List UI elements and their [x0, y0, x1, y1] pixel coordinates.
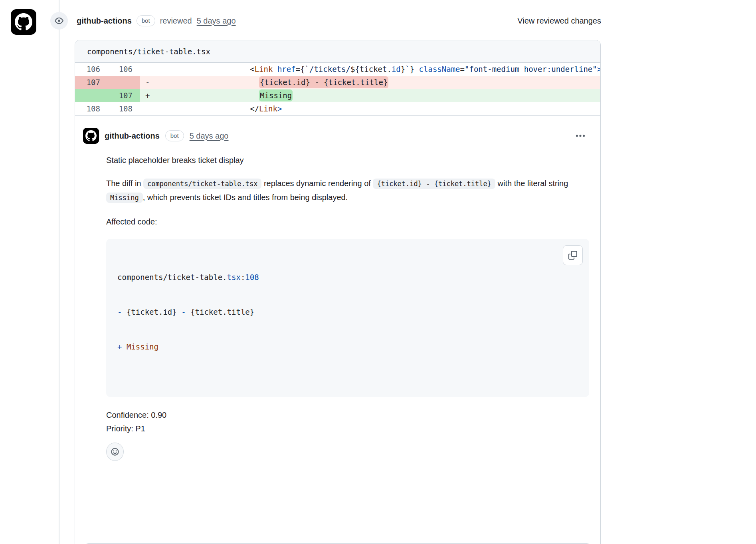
comment-body: Static placeholder breaks ticket display…: [106, 154, 589, 461]
review-author-link[interactable]: github-actions: [77, 16, 132, 26]
comment: github-actions bot 5 days ago Static pla…: [75, 115, 600, 461]
reviewer-avatar[interactable]: [11, 9, 36, 35]
bot-badge: bot: [137, 15, 155, 26]
view-reviewed-changes-link[interactable]: View reviewed changes: [517, 16, 601, 26]
diff-row-context: 108 108 </Link>: [75, 102, 600, 115]
diff-filename: components/ticket-table.tsx: [87, 47, 210, 56]
bot-badge: bot: [165, 130, 184, 141]
github-octocat-icon: [15, 13, 32, 31]
comment-options-button[interactable]: [572, 129, 588, 142]
affected-code-block: components/ticket-table.tsx:108 - {ticke…: [106, 239, 589, 397]
code-line: - {ticket.id} - {ticket.title}: [117, 306, 578, 318]
timeline-line: [59, 0, 59, 544]
diff-marker: [140, 102, 154, 115]
new-line-number: 107: [107, 89, 140, 102]
diff-row-deleted: 107 - {ticket.id} - {ticket.title}: [75, 76, 600, 89]
diff-code-line: <Link href={`/tickets/${ticket.id}`} cla…: [154, 63, 600, 76]
old-line-number: 107: [75, 76, 107, 89]
diff-marker: [140, 63, 154, 76]
review-action-text: reviewed: [160, 16, 192, 26]
diff-code-line: {ticket.id} - {ticket.title}: [154, 76, 600, 89]
copy-icon: [568, 251, 577, 260]
comment-author-avatar[interactable]: [83, 128, 99, 144]
review-header: github-actions bot reviewed 5 days ago V…: [50, 11, 601, 30]
priority-text: Priority: P1: [106, 422, 589, 435]
diff-code-line: Missing: [154, 89, 600, 102]
smiley-icon: [111, 447, 119, 456]
old-line-number: 108: [75, 102, 107, 115]
diff-marker: -: [140, 76, 154, 89]
old-line-number: [75, 89, 107, 102]
diff-file-header[interactable]: components/ticket-table.tsx: [75, 40, 600, 63]
code-line: + Missing: [117, 341, 578, 353]
comment-title: Static placeholder breaks ticket display: [106, 154, 589, 166]
eye-icon: [50, 12, 68, 30]
diff-row-added: 107 + Missing: [75, 89, 600, 102]
comment-paragraph: The diff in components/ticket-table.tsx …: [106, 177, 589, 204]
copy-code-button[interactable]: [563, 245, 583, 265]
review-timestamp-link[interactable]: 5 days ago: [197, 16, 236, 26]
comment-meta: Confidence: 0.90 Priority: P1: [106, 408, 589, 435]
comment-author-link[interactable]: github-actions: [105, 131, 160, 141]
old-line-number: 106: [75, 63, 107, 76]
affected-code-label: Affected code:: [106, 216, 589, 228]
diff-marker: +: [140, 89, 154, 102]
confidence-text: Confidence: 0.90: [106, 408, 589, 422]
review-thread-card: components/ticket-table.tsx 106 106 <Lin…: [75, 40, 601, 544]
add-reaction-button[interactable]: [106, 443, 124, 461]
new-line-number: [107, 76, 140, 89]
comment-header: github-actions bot 5 days ago: [83, 128, 589, 144]
comment-timestamp-link[interactable]: 5 days ago: [190, 131, 229, 141]
new-line-number: 108: [107, 102, 140, 115]
github-octocat-icon: [85, 130, 97, 141]
new-line-number: 106: [107, 63, 140, 76]
kebab-horizontal-icon: [575, 131, 586, 141]
diff-code-line: </Link>: [154, 102, 600, 115]
code-line: components/ticket-table.tsx:108: [117, 272, 578, 283]
diff-table: 106 106 <Link href={`/tickets/${ticket.i…: [75, 63, 600, 115]
diff-row-context: 106 106 <Link href={`/tickets/${ticket.i…: [75, 63, 600, 76]
